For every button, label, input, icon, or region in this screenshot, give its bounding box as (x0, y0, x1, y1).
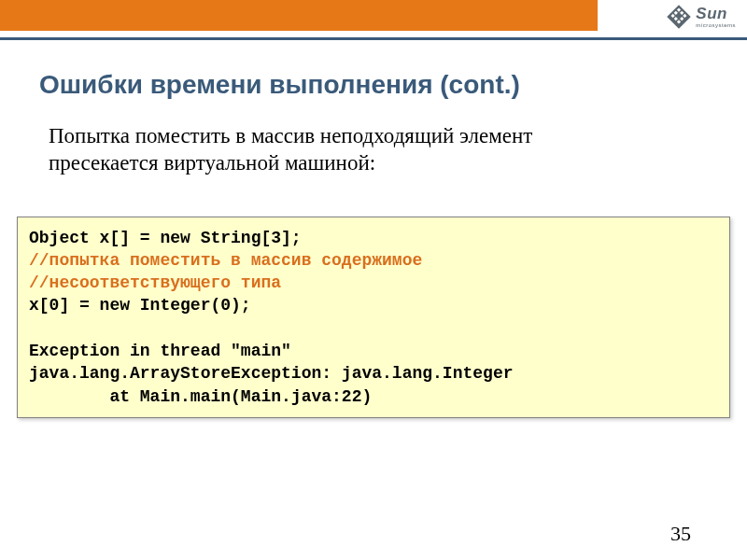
code-comment-2: //несоответствующего типа (29, 273, 281, 292)
sun-logo-icon (665, 3, 693, 31)
body-line-2: пресекается виртуальной машиной: (49, 151, 375, 175)
code-line-2: x[0] = new Integer(0); (29, 296, 251, 315)
sun-logo-main: Sun (696, 6, 736, 21)
code-box: Object x[] = new String[3]; //попытка по… (17, 217, 730, 418)
code-content: Object x[] = new String[3]; //попытка по… (29, 227, 718, 408)
sun-logo: Sun microsystems (665, 3, 736, 31)
body-text: Попытка поместить в массив неподходящий … (49, 123, 708, 177)
code-comment-1: //попытка поместить в массив содержимое (29, 251, 422, 270)
code-line-3: Exception in thread "main" (29, 342, 291, 360)
code-line-4: java.lang.ArrayStoreException: java.lang… (29, 364, 513, 383)
code-line-5: at Main.main(Main.java:22) (29, 387, 372, 406)
slide-title: Ошибки времени выполнения (cont.) (39, 70, 747, 100)
header-bar: Sun microsystems (0, 0, 747, 42)
divider-line (0, 37, 747, 40)
code-line-1: Object x[] = new String[3]; (29, 229, 302, 247)
body-line-1: Попытка поместить в массив неподходящий … (49, 124, 532, 147)
sun-logo-sub: microsystems (696, 22, 736, 28)
sun-logo-text: Sun microsystems (696, 6, 736, 28)
orange-accent-bar (0, 0, 598, 31)
page-number: 35 (670, 522, 691, 546)
